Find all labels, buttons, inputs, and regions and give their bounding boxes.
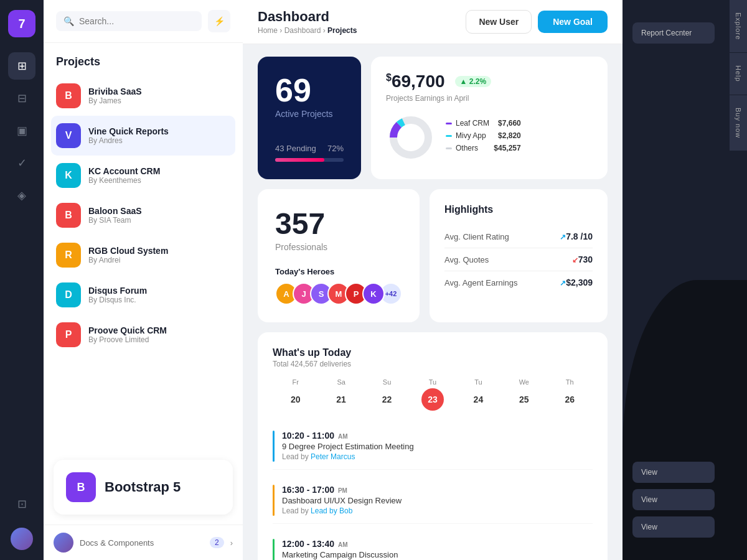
professionals-count: 357 [275,207,402,241]
project-info-vine: Vine Quick Reports By Andres [88,126,169,145]
nav-icon-grid[interactable]: ⊟ [8,85,35,112]
legend-item: Others $45,257 [446,144,521,152]
page-title: Dashboard [258,9,357,25]
search-icon: 🔍 [63,16,74,26]
view-button-2[interactable]: View [632,489,715,510]
top-cards-row: 69 Active Projects 43 Pending 72% $69,70… [258,57,608,179]
event-lead-link[interactable]: Lead by Bob [311,506,352,515]
project-name-kc: KC Account CRM [88,166,160,176]
project-item-rgb[interactable]: R RGB Cloud System By Andrei [51,235,235,275]
event-lead-link[interactable]: Peter Marcus [311,452,355,461]
user-avatar[interactable] [11,528,33,550]
topbar-actions: New User New Goal [466,10,608,34]
highlight-row: Avg. Quotes ↙730 [444,248,593,271]
active-projects-count: 69 [275,74,344,106]
tab-help[interactable]: Help [730,53,747,95]
legend-dot [446,147,452,149]
highlight-name: Avg. Quotes [444,255,489,264]
day-name: Tu [456,378,501,386]
sidebar-title: Projects [44,43,243,76]
day-cell-26[interactable]: Th 26 [547,378,593,411]
day-number: 26 [558,388,581,411]
project-item-baloon[interactable]: B Baloon SaaS By SIA Team [51,195,235,235]
active-projects-label: Active Projects [275,109,344,119]
footer-chevron-icon: › [230,538,233,548]
search-box[interactable]: 🔍 [56,11,202,31]
project-by-disqus: By Disqus Inc. [88,296,147,304]
event-details: 12:00 - 13:40 AM Marketing Campaign Disc… [282,539,398,560]
legend-item: Mivy App $2,820 [446,131,521,140]
nav-icon-check[interactable]: ✓ [8,149,35,177]
search-input[interactable] [79,16,194,26]
events-list: 10:20 - 11:00 AM 9 Degree Project Estima… [273,423,593,560]
highlight-row: Avg. Agent Earnings ↗$2,309 [444,271,593,294]
nav-icon-chart[interactable]: ▣ [8,117,35,144]
filter-button[interactable]: ⚡ [208,10,230,32]
new-user-button[interactable]: New User [466,10,532,34]
nav-icon-layers[interactable]: ◈ [8,182,35,209]
day-cell-24[interactable]: Tu 24 [456,378,501,411]
whatsup-title: What's up Today [273,347,593,358]
project-info-baloon: Baloon SaaS By SIA Team [88,206,142,225]
project-logo-kc: K [56,163,81,188]
view-button-3[interactable]: View [632,516,715,538]
tab-explore[interactable]: Explore [730,0,747,53]
day-cell-20[interactable]: Fr 20 [273,378,318,411]
topbar: Dashboard Home › Dashboard › Projects Ne… [243,0,622,44]
heroes-label: Today's Heroes [275,267,402,276]
project-info-kc: KC Account CRM By Keenthemes [88,166,160,185]
bootstrap-card[interactable]: B Bootstrap 5 [54,460,233,515]
event-name: Dashboard UI/UX Design Review [282,496,402,505]
project-item-kc[interactable]: K KC Account CRM By Keenthemes [51,156,235,195]
right-content: Report Cecnter View View View [622,10,725,550]
project-list: B Briviba SaaS By James V Vine Quick Rep… [44,76,243,450]
legend-item: Leaf CRM $7,660 [446,119,521,128]
project-info-disqus: Disqus Forum By Disqus Inc. [88,286,147,304]
project-item-proove[interactable]: P Proove Quick CRM By Proove Limited [51,315,235,355]
breadcrumb: Home › Dashboard › Projects [258,26,357,35]
project-item-vine[interactable]: V Vine Quick Reports By Andres [51,116,235,156]
nav-avatar[interactable]: 7 [8,10,35,37]
bootstrap-icon: B [66,472,96,502]
stats-row: 357 Professionals Today's Heroes AJSMPK+… [258,189,608,322]
day-cell-23[interactable]: Tu 23 [410,378,455,411]
day-number: 23 [421,388,444,411]
nav-icon-dashboard[interactable]: ⊞ [8,52,35,80]
day-cell-22[interactable]: Su 22 [364,378,410,411]
earnings-chart-row: Leaf CRM $7,660 Mivy App $2,820 Others $… [386,113,593,162]
event-name: 9 Degree Project Estimation Meeting [282,442,414,451]
avatar-5: K [362,282,385,305]
project-item-briviba[interactable]: B Briviba SaaS By James [51,76,235,116]
project-info-rgb: RGB Cloud System By Andrei [88,246,168,264]
project-name-baloon: Baloon SaaS [88,206,142,216]
report-center-button[interactable]: Report Cecnter [632,22,715,44]
day-cell-21[interactable]: Sa 21 [318,378,364,411]
active-projects-card: 69 Active Projects 43 Pending 72% [258,57,361,179]
footer-label: Docs & Components [80,538,154,548]
event-name: Marketing Campaign Discussion [282,550,398,559]
avatars-row: AJSMPK+42 [275,282,402,305]
legend-value: $45,257 [494,144,520,152]
highlights-rows: Avg. Client Rating ↗7.8 /10 Avg. Quotes … [444,225,593,294]
project-by-proove: By Proove Limited [88,335,167,344]
currency-symbol: $ [386,72,392,83]
highlights-card: Highlights Avg. Client Rating ↗7.8 /10 A… [430,189,608,322]
breadcrumb-projects: Projects [327,26,357,35]
project-item-disqus[interactable]: D Disqus Forum By Disqus Inc. [51,275,235,315]
highlight-value: ↗$2,309 [560,278,593,287]
day-cell-25[interactable]: We 25 [501,378,547,411]
project-by-briviba: By James [88,96,142,105]
day-name: Fr [273,378,318,386]
day-number: 20 [284,388,307,411]
view-button-1[interactable]: View [632,462,715,483]
tab-buy-now[interactable]: Buy now [730,95,747,151]
project-info-proove: Proove Quick CRM By Proove Limited [88,325,167,344]
day-number: 22 [376,388,398,411]
earnings-label: Projects Earnings in April [386,94,593,103]
donut-chart [386,113,436,162]
nav-icon-case[interactable]: ⊡ [8,490,35,518]
event-time: 16:30 - 17:00 PM [282,485,402,495]
legend-dot [446,123,452,124]
new-goal-button[interactable]: New Goal [538,11,608,33]
event-lead: Lead by Peter Marcus [282,452,414,461]
